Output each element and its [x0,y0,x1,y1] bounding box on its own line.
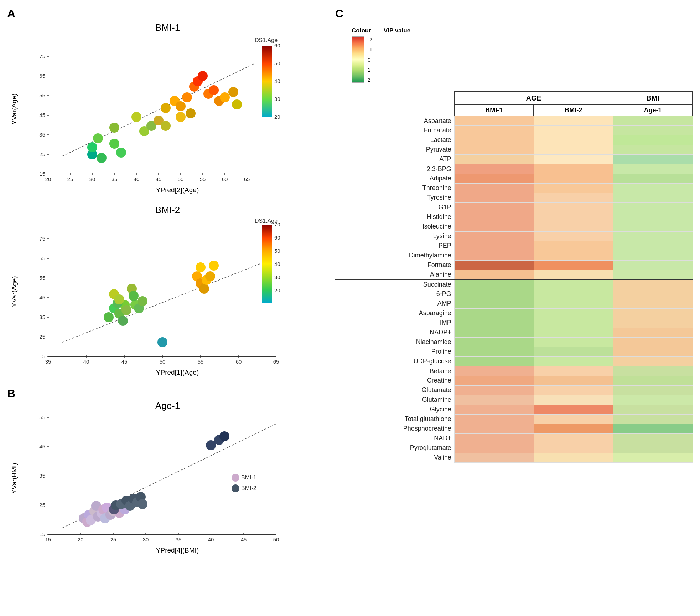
heatmap-cell [613,116,693,125]
heatmap-cell [613,376,693,385]
heatmap-cell [613,135,693,145]
scatter1-dot [161,121,171,131]
svg-text:30: 30 [143,537,149,543]
heatmap-cell [534,116,613,125]
heatmap-cell [613,222,693,231]
scatter1-dot [116,148,126,158]
heatmap-cell [454,347,534,356]
svg-text:25: 25 [67,176,73,182]
svg-text:15: 15 [45,537,51,543]
heatmap-cell [613,241,693,251]
heatmap-row-label: Fumarate [335,125,454,135]
svg-text:75: 75 [39,236,45,242]
svg-text:55: 55 [39,414,45,420]
svg-text:50: 50 [273,537,279,543]
svg-text:40: 40 [83,359,89,365]
svg-text:20: 20 [45,176,51,182]
heatmap-cell [534,289,613,299]
scatter2-plot: 15 25 35 45 55 65 75 [27,217,283,371]
heatmap-row-label: G1P [335,202,454,212]
svg-line-36 [62,63,255,156]
scatter1-dot [87,142,97,152]
heatmap-cell [534,318,613,328]
svg-text:25: 25 [39,151,45,157]
svg-rect-114 [232,484,239,492]
scatter1-dot [93,133,103,143]
heatmap-cell [454,183,534,193]
heatmap-row-label: Glutamine [335,395,454,405]
scatter2-dot [138,296,147,306]
heatmap-cell [534,154,613,164]
heatmap-cell [613,443,693,453]
svg-text:65: 65 [273,359,279,365]
heatmap-table: AGE BMI BMI-1 BMI-2 Age-1 AspartateFumar… [335,91,693,463]
heatmap-row-label: 6-PG [335,289,454,299]
panel-c-label: C [335,7,343,20]
heatmap-cell [534,135,613,145]
heatmap-cell [534,212,613,222]
heatmap-cell [534,337,613,347]
scatter3-title: Age-1 [7,400,328,411]
heatmap-row-label: Aspartate [335,116,454,125]
svg-text:BMI-1: BMI-1 [241,474,256,481]
panel-b-label: B [7,387,15,400]
heatmap-cell [534,385,613,395]
svg-text:15: 15 [39,353,45,359]
heatmap-cell [534,299,613,308]
heatmap-cell [454,260,534,270]
heatmap-cell [454,270,534,279]
heatmap-cell [534,270,613,279]
heatmap-row-label: IMP [335,318,454,328]
svg-text:55: 55 [39,275,45,281]
scatter2-dot [104,312,114,322]
heatmap-row-label: UDP-glucose [335,356,454,366]
heatmap-cell [613,164,693,174]
heatmap-row-label: Adipate [335,174,454,183]
legend-tick-1: -1 [368,46,372,52]
heatmap-cell [534,424,613,433]
svg-text:50: 50 [160,359,166,365]
svg-text:20: 20 [78,537,84,543]
heatmap-cell [534,414,613,424]
heatmap-cell [613,231,693,241]
heatmap-age1-subheader: Age-1 [613,105,693,116]
svg-text:45: 45 [156,176,162,182]
heatmap-cell [534,193,613,202]
heatmap-bmi1-subheader: BMI-1 [454,105,534,116]
heatmap-row-label: AMP [335,299,454,308]
scatter2-dot [129,291,139,301]
scatter1-title: BMI-1 [7,22,328,33]
heatmap-cell [534,164,613,174]
heatmap-row-label: Creatine [335,376,454,385]
heatmap-cell [613,424,693,433]
svg-text:30: 30 [89,176,95,182]
svg-text:45: 45 [39,294,45,301]
heatmap-row-label: Proline [335,347,454,356]
heatmap-cell [613,154,693,164]
svg-text:30: 30 [274,274,280,280]
svg-text:50: 50 [178,176,184,182]
heatmap-cell [534,366,613,376]
heatmap-row-label: Niacinamide [335,337,454,347]
svg-text:60: 60 [274,235,280,241]
svg-text:55: 55 [39,92,45,98]
heatmap-row-label: Formate [335,260,454,270]
svg-text:50: 50 [274,60,280,66]
scatter2-y-label: YVar(Age) [10,276,18,307]
heatmap-row-label: Pyruvate [335,145,454,154]
svg-text:40: 40 [134,176,140,182]
heatmap-row-label: Lysine [335,231,454,241]
heatmap-cell [454,145,534,154]
scatter1-dot [176,112,186,122]
heatmap-cell [454,337,534,347]
heatmap-row-label: Pyroglutamate [335,443,454,453]
scatter1-dot [209,85,219,95]
heatmap-cell [613,366,693,376]
legend-colour-label: Colour [352,27,371,34]
svg-text:35: 35 [176,537,182,543]
heatmap-cell [454,376,534,385]
heatmap-cell [454,328,534,337]
scatter2-dot [196,262,206,272]
svg-rect-37 [262,46,272,117]
svg-text:65: 65 [39,73,45,79]
